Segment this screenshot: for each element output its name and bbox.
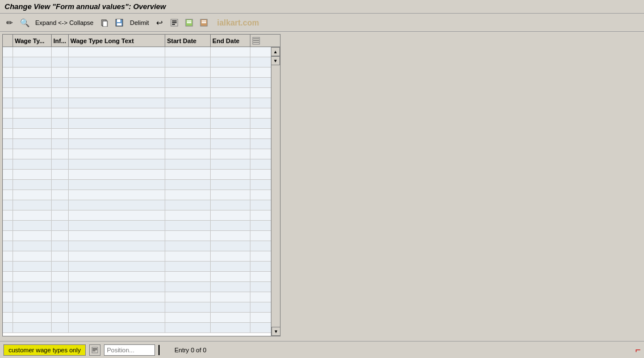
delimit-btn[interactable]: Delimit (128, 18, 152, 27)
table-row[interactable] (3, 88, 271, 98)
copy-btn[interactable] (98, 16, 111, 29)
row-checkbox[interactable] (3, 159, 13, 169)
cell-inf (52, 129, 69, 138)
row-checkbox[interactable] (3, 262, 13, 271)
table-row[interactable] (3, 180, 271, 190)
cell-long-text (69, 159, 165, 169)
column-settings-icon[interactable] (250, 35, 262, 47)
toolbar-btn1[interactable] (168, 16, 181, 29)
cell-inf (52, 251, 69, 261)
table-row[interactable] (3, 98, 271, 108)
table-row[interactable] (3, 251, 271, 262)
vertical-scrollbar[interactable]: ▲ ▼ (271, 47, 280, 336)
table-row[interactable] (3, 292, 271, 302)
row-checkbox[interactable] (3, 47, 13, 57)
table-row[interactable] (3, 139, 271, 149)
scrollbar-down-btn[interactable]: ▼ (271, 327, 280, 336)
table-row[interactable] (3, 190, 271, 200)
expand-collapse-btn[interactable]: Expand <-> Collapse (33, 18, 96, 27)
toolbar-btn2[interactable] (183, 16, 195, 29)
row-checkbox[interactable] (3, 139, 13, 149)
position-icon[interactable] (89, 344, 101, 356)
cell-inf (52, 190, 69, 200)
row-checkbox[interactable] (3, 149, 13, 159)
table-row[interactable] (3, 159, 271, 170)
cell-end-date (211, 241, 250, 251)
cell-inf (52, 302, 69, 312)
table-scroll-area[interactable]: ▲ ▼ (3, 47, 280, 336)
table-row[interactable] (3, 149, 271, 159)
table-row[interactable] (3, 210, 271, 221)
table-row[interactable] (3, 47, 271, 57)
table-row[interactable] (3, 170, 271, 180)
row-checkbox[interactable] (3, 251, 13, 261)
table-row[interactable] (3, 272, 271, 282)
cell-long-text (69, 231, 165, 241)
row-checkbox[interactable] (3, 302, 13, 312)
row-checkbox[interactable] (3, 241, 13, 251)
table-row[interactable] (3, 262, 271, 272)
table-row[interactable] (3, 241, 271, 251)
table-row[interactable] (3, 231, 271, 241)
undo-btn[interactable]: ↩ (153, 16, 166, 29)
cell-start-date (165, 129, 211, 138)
table-row[interactable] (3, 313, 271, 323)
save-btn[interactable] (113, 16, 126, 29)
row-checkbox[interactable] (3, 68, 13, 77)
row-checkbox[interactable] (3, 129, 13, 138)
row-checkbox[interactable] (3, 231, 13, 241)
row-checkbox[interactable] (3, 272, 13, 281)
table-row[interactable] (3, 221, 271, 231)
table-row[interactable] (3, 78, 271, 88)
row-checkbox[interactable] (3, 210, 13, 220)
scroll-up-btn[interactable]: ▲ (271, 47, 280, 56)
cell-end-date (211, 323, 250, 332)
row-checkbox[interactable] (3, 88, 13, 98)
table-row[interactable] (3, 323, 271, 333)
cell-inf (52, 78, 69, 87)
row-checkbox[interactable] (3, 200, 13, 210)
cell-wage-type (13, 190, 52, 200)
row-checkbox[interactable] (3, 78, 13, 87)
table-row[interactable] (3, 57, 271, 68)
toolbar: ✏ 🔍 Expand <-> Collapse Delimit ↩ (0, 14, 644, 32)
table-row[interactable] (3, 68, 271, 78)
scroll-down-top-btn[interactable]: ▼ (271, 56, 280, 65)
entry-count: Entry 0 of 0 (174, 347, 206, 353)
row-checkbox[interactable] (3, 323, 13, 332)
cell-end-date (211, 292, 250, 302)
position-input[interactable] (104, 344, 155, 356)
row-checkbox[interactable] (3, 170, 13, 179)
row-checkbox[interactable] (3, 119, 13, 128)
toolbar-btn3[interactable] (198, 16, 210, 29)
table-row[interactable] (3, 282, 271, 292)
cell-end-date (211, 221, 250, 230)
table-row[interactable] (3, 108, 271, 119)
edit-icon[interactable]: ✏ (3, 16, 16, 29)
row-checkbox[interactable] (3, 282, 13, 292)
customer-wage-types-btn[interactable]: customer wage types only (3, 344, 86, 356)
row-checkbox[interactable] (3, 98, 13, 108)
table-row[interactable] (3, 129, 271, 139)
table-row[interactable] (3, 200, 271, 210)
cell-start-date (165, 119, 211, 128)
table-row[interactable] (3, 302, 271, 313)
table-row[interactable] (3, 119, 271, 129)
scrollbar-track[interactable] (271, 56, 280, 327)
cell-start-date (165, 282, 211, 292)
row-checkbox[interactable] (3, 313, 13, 322)
row-checkbox[interactable] (3, 221, 13, 230)
cell-long-text (69, 251, 165, 261)
svg-rect-11 (187, 22, 191, 23)
row-checkbox[interactable] (3, 57, 13, 67)
row-checkbox[interactable] (3, 190, 13, 200)
row-checkbox[interactable] (3, 292, 13, 302)
row-checkbox[interactable] (3, 108, 13, 118)
cell-end-date (211, 149, 250, 159)
cell-end-date (211, 200, 250, 210)
cell-wage-type (13, 78, 52, 87)
find-icon[interactable]: 🔍 (18, 16, 31, 29)
cell-inf (52, 170, 69, 179)
title-bar: Change View "Form annual values": Overvi… (0, 0, 644, 14)
row-checkbox[interactable] (3, 180, 13, 189)
